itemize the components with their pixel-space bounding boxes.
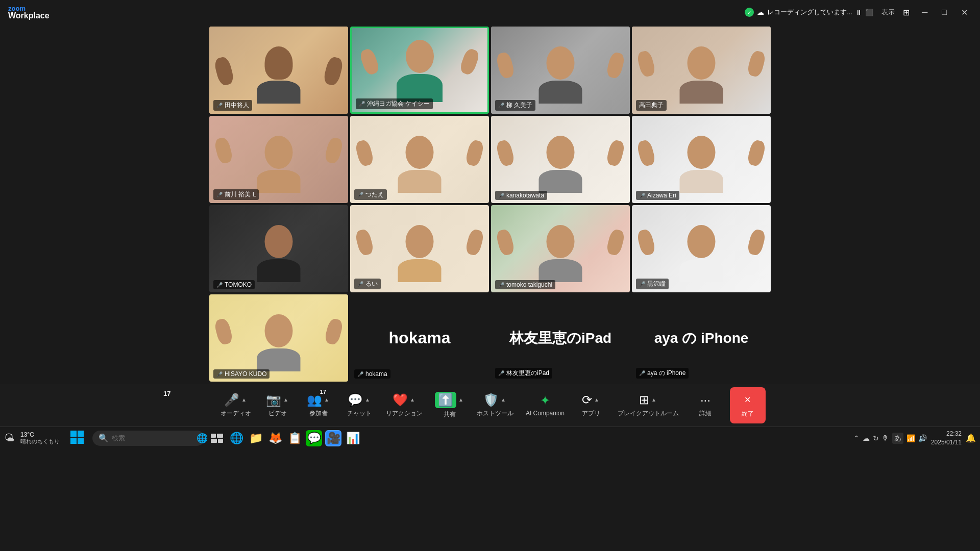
chat-button[interactable]: 💬 ▲ チャット <box>339 389 380 422</box>
host-arrow[interactable]: ▲ <box>500 397 507 403</box>
label-hisayo: 🎤 HISAYO KUDO <box>213 369 270 379</box>
label-tomoko-t: 🎤 tomoko takiguchi <box>495 280 555 289</box>
svg-rect-3 <box>78 438 84 444</box>
clock-time: 22:32 <box>946 430 962 438</box>
taskbar: 🌤 13°C 晴れのちくもり 🔍 🌐 🌐 <box>0 427 980 449</box>
toolbar: 🎤 ▲ オーディオ 📷 ▲ ビデオ 👥 17 ▲ 参加者 17 💬 ▲ チャット <box>0 384 980 427</box>
share-arrow[interactable]: ▲ <box>457 397 464 403</box>
share-button[interactable]: ⬆️ ▲ 共有 <box>429 388 471 423</box>
label-hokama: 🎤 hokama <box>354 369 390 379</box>
video-arrow[interactable]: ▲ <box>282 397 289 403</box>
participants-arrow[interactable]: ▲ <box>323 397 330 403</box>
mic-off-hayashi: 🎤 <box>498 370 504 376</box>
close-button[interactable]: ✕ <box>957 7 972 18</box>
breakout-button[interactable]: ⊞ ▲ ブレイクアウトルーム <box>611 389 685 422</box>
powerpoint-icon[interactable]: 📊 <box>345 430 361 446</box>
minimize-button[interactable]: ─ <box>918 7 932 18</box>
video-cell-takada: 高田典子 <box>632 27 771 114</box>
video-cell-tomoko: 🎤 TOMOKO <box>209 205 348 292</box>
svg-rect-1 <box>78 431 84 437</box>
weather-temp: 13°C <box>20 431 60 438</box>
weather-condition: 晴れのちくもり <box>20 438 60 445</box>
ime-icon[interactable]: あ <box>892 433 903 444</box>
cloud-tray-icon[interactable]: ☁ <box>863 434 870 442</box>
video-cell-keishi: 🎤 沖縄ヨガ協会 ケイシー <box>350 27 489 114</box>
maximize-button[interactable]: □ <box>938 7 951 18</box>
weather-text: 13°C 晴れのちくもり <box>20 431 60 445</box>
taskbar-left: 🌤 13°C 晴れのちくもり <box>4 431 62 445</box>
firefox-icon[interactable]: 🦊 <box>267 430 283 446</box>
reactions-button[interactable]: ❤️ ▲ リアクション <box>380 389 429 422</box>
host-label: ホストツール <box>477 409 513 418</box>
mic-off-rui: 🎤 <box>357 281 363 287</box>
audio-arrow[interactable]: ▲ <box>240 397 248 403</box>
name-aizawa: Aizawa Eri <box>647 192 676 199</box>
label-aizawa: 🎤 Aizawa Eri <box>636 191 679 200</box>
svg-rect-7 <box>218 439 223 443</box>
reactions-arrow[interactable]: ▲ <box>409 397 416 403</box>
ai-companion-label: AI Companion <box>526 410 565 417</box>
audio-label: オーディオ <box>220 409 251 418</box>
taskview-button[interactable] <box>209 430 225 446</box>
label-maekawa: 🎤 前川 裕美 L <box>213 189 259 200</box>
breakout-arrow[interactable]: ▲ <box>650 397 657 403</box>
mic-off-tomoko-t: 🎤 <box>498 282 504 288</box>
line-icon[interactable]: 💬 <box>306 430 322 446</box>
name-takada: 高田典子 <box>639 101 664 110</box>
breakout-label: ブレイクアウトルーム <box>618 409 679 418</box>
tray-arrow[interactable]: ⌃ <box>853 434 860 442</box>
notepad-icon[interactable]: 📋 <box>286 430 303 446</box>
label-yanagi: 🎤 柳 久美子 <box>495 100 535 111</box>
grid-icon[interactable]: ⊞ <box>903 8 910 17</box>
end-icon: ✕ <box>740 392 755 408</box>
label-takada: 高田典子 <box>636 100 667 111</box>
apps-label: アプリ <box>582 409 600 418</box>
participants-button[interactable]: 👥 17 ▲ 参加者 <box>298 389 339 422</box>
notification-bell[interactable]: 🔔 <box>966 433 976 443</box>
apps-arrow[interactable]: ▲ <box>593 397 600 403</box>
video-button[interactable]: 📷 ▲ ビデオ <box>257 389 298 422</box>
name-keishi: 沖縄ヨガ協会 ケイシー <box>367 99 430 108</box>
label-kurosawa: 🎤 黒沢瞳 <box>636 279 669 289</box>
end-label: 終了 <box>742 410 754 418</box>
folder-icon[interactable]: 📁 <box>248 430 264 446</box>
start-button[interactable] <box>70 430 84 446</box>
host-tools-button[interactable]: 🛡️ ▲ ホストツール <box>471 389 520 422</box>
participants-count: 17 <box>320 389 326 395</box>
wifi-icon[interactable]: 📶 <box>906 434 915 442</box>
weather-widget[interactable]: 🌤 <box>4 432 14 444</box>
svg-rect-2 <box>70 438 77 444</box>
name-kanako: kanakotawata <box>506 192 544 199</box>
cloud-icon: ☁ <box>757 8 764 16</box>
label-tanaka: 🎤 田中将人 <box>213 100 252 111</box>
video-cell-maekawa: 🎤 前川 裕美 L <box>209 116 348 203</box>
end-call-button[interactable]: ✕ 終了 <box>730 387 766 423</box>
mic-tray-icon[interactable]: 🎙 <box>882 434 889 442</box>
label-keishi: 🎤 沖縄ヨガ協会 ケイシー <box>356 98 433 109</box>
taskbar-clock[interactable]: 22:32 2025/01/11 <box>931 430 962 447</box>
name-tomoko-t: tomoko takiguchi <box>506 281 552 288</box>
more-button[interactable]: ··· 詳細 <box>685 389 726 422</box>
search-input[interactable] <box>112 434 193 442</box>
pause-icon[interactable]: ⏸ <box>855 9 862 16</box>
stop-icon[interactable]: ⬛ <box>865 9 873 16</box>
edge-icon[interactable]: 🌐 <box>228 430 244 446</box>
display-button[interactable]: 表示 <box>881 8 895 17</box>
label-tomoko: 🎤 TOMOKO <box>213 280 255 289</box>
display-name-aya: aya の iPhone <box>654 329 749 348</box>
chat-arrow[interactable]: ▲ <box>364 397 371 403</box>
title-bar: zoom Workplace ✓ ☁ レコーディングしています... ⏸ ⬛ 表… <box>0 0 980 24</box>
label-kanako: 🎤 kanakotawata <box>495 191 547 200</box>
video-cell-tsutae: 🎤 つたえ <box>350 116 489 203</box>
volume-icon[interactable]: 🔊 <box>918 434 927 442</box>
shield-icon: ✓ <box>745 8 754 17</box>
taskbar-search-box[interactable]: 🔍 🌐 <box>92 431 205 446</box>
ai-companion-button[interactable]: ✦ AI Companion <box>520 389 571 421</box>
name-yanagi: 柳 久美子 <box>506 101 532 110</box>
refresh-tray-icon[interactable]: ↻ <box>873 434 879 442</box>
title-bar-right: ✓ ☁ レコーディングしています... ⏸ ⬛ 表示 ⊞ ─ □ ✕ <box>745 7 972 18</box>
apps-button[interactable]: ⟳ ▲ アプリ <box>571 389 611 422</box>
audio-button[interactable]: 🎤 ▲ オーディオ <box>214 389 257 422</box>
svg-rect-0 <box>70 431 77 437</box>
zoom-taskbar-icon[interactable]: 🎥 <box>325 430 341 446</box>
